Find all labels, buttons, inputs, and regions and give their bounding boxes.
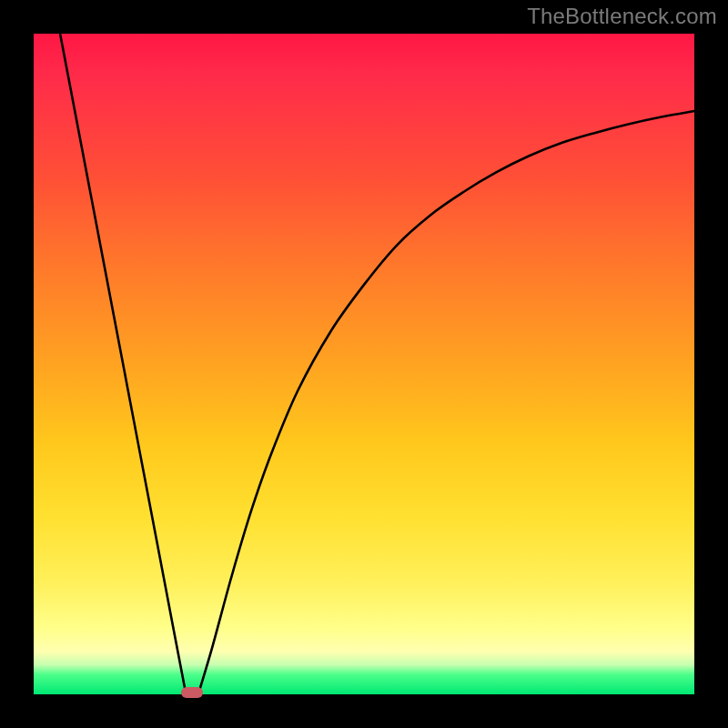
minimum-marker bbox=[181, 687, 203, 698]
watermark-text: TheBottleneck.com bbox=[527, 4, 717, 29]
chart-frame: TheBottleneck.com bbox=[0, 0, 728, 728]
plot-area bbox=[34, 34, 694, 694]
bottleneck-curve bbox=[34, 34, 694, 694]
